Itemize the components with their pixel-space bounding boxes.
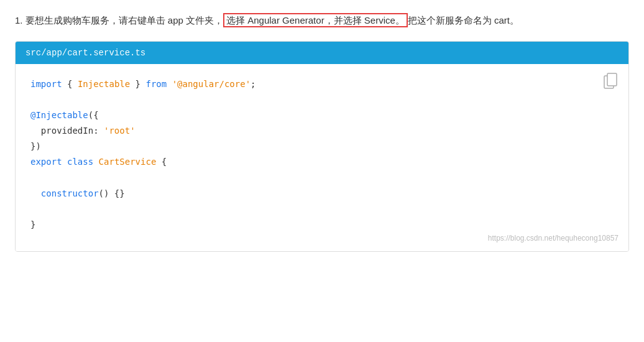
- copy-icon[interactable]: [604, 73, 620, 90]
- instruction-suffix: 把这个新服务命名为 cart。: [408, 15, 519, 25]
- code-block: src/app/cart.service.ts import { Injecta…: [15, 41, 629, 252]
- page-container: 1. 要想生成购物车服务，请右键单击 app 文件夹，选择 Angular Ge…: [0, 0, 644, 264]
- code-line-1: import { Injectable } from '@angular/cor…: [30, 76, 614, 92]
- code-line-blank3: [30, 201, 614, 217]
- instruction-highlighted: 选择 Angular Generator，并选择 Service。: [223, 13, 408, 27]
- code-body: import { Injectable } from '@angular/cor…: [16, 64, 628, 252]
- code-line-blank2: [30, 170, 614, 186]
- code-line-7: }: [30, 217, 614, 233]
- code-header: src/app/cart.service.ts: [16, 42, 628, 64]
- code-filename: src/app/cart.service.ts: [25, 48, 145, 58]
- code-line-3: providedIn: 'root': [30, 123, 614, 139]
- code-line-2: @Injectable({: [30, 108, 614, 123]
- code-line-4: }): [30, 139, 614, 154]
- instruction-text: 1. 要想生成购物车服务，请右键单击 app 文件夹，选择 Angular Ge…: [15, 12, 629, 29]
- code-content: import { Injectable } from '@angular/cor…: [30, 76, 614, 233]
- code-line-5: export class CartService {: [30, 154, 614, 170]
- code-line-blank1: [30, 92, 614, 108]
- svg-rect-1: [607, 73, 617, 86]
- watermark: https://blog.csdn.net/hequhecong10857: [488, 232, 619, 246]
- code-line-6: constructor() {}: [30, 186, 614, 201]
- instruction-prefix: 1. 要想生成购物车服务，请右键单击 app 文件夹，: [15, 15, 223, 25]
